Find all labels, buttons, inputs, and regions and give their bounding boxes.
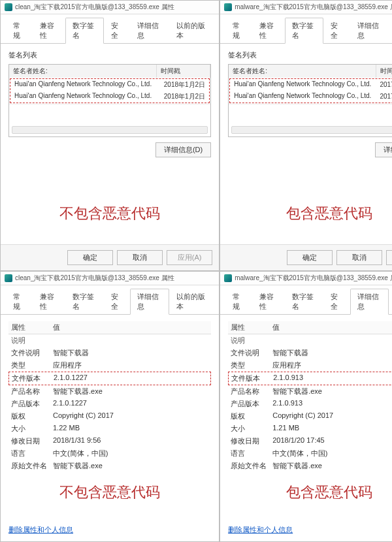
- tab-body-signatures: 签名列表 签名者姓名: 时间戳 Huai'an Qianfeng Network…: [220, 44, 392, 244]
- tab-general[interactable]: 常规: [225, 18, 252, 44]
- tab-security[interactable]: 安全: [323, 289, 350, 315]
- window-title: clean_淘宝下载2015官方电脑版@133_38559.exe 属性: [15, 3, 174, 12]
- annotation-malware: 包含恶意代码: [220, 204, 392, 223]
- tab-previous[interactable]: 以前的版本: [169, 18, 214, 44]
- ok-button[interactable]: 确定: [67, 250, 113, 265]
- property-row-copyright[interactable]: 版权Copyright (C) 2017: [228, 410, 392, 422]
- cancel-button[interactable]: 取消: [336, 250, 382, 265]
- property-row-modified[interactable]: 修改日期2018/1/20 17:45: [228, 435, 392, 447]
- tab-compat[interactable]: 兼容性: [33, 289, 65, 315]
- signer-name: Huai'an Qianfeng Network Technology Co.,…: [10, 79, 155, 91]
- signature-scroll-area[interactable]: [9, 104, 210, 136]
- tab-strip: 常规 兼容性 数字签名 安全 详细信息 以前的版本: [1, 14, 219, 44]
- signer-time: 2017年9月13日: [375, 79, 392, 91]
- property-row-file-version[interactable]: 文件版本2.1.0.913: [228, 372, 392, 385]
- tab-general[interactable]: 常规: [225, 289, 252, 315]
- property-row-language[interactable]: 语言中文(简体，中国): [8, 447, 211, 460]
- property-row-product-name[interactable]: 产品名称智能下载器.exe: [228, 385, 392, 398]
- details-button[interactable]: 详细信息(D): [375, 142, 392, 157]
- tab-general[interactable]: 常规: [6, 18, 33, 44]
- tab-security[interactable]: 安全: [104, 289, 131, 315]
- property-row-type[interactable]: 类型应用程序: [8, 359, 211, 372]
- apply-button[interactable]: 应用(A): [386, 250, 392, 265]
- property-row-product-name[interactable]: 产品名称智能下载器.exe: [8, 385, 211, 398]
- property-row-original-name[interactable]: 原始文件名智能下载器.exe: [8, 460, 211, 472]
- cancel-button[interactable]: 取消: [117, 250, 163, 265]
- tab-security[interactable]: 安全: [323, 18, 350, 44]
- tab-signatures[interactable]: 数字签名: [285, 289, 323, 315]
- tab-previous[interactable]: 以前的版本: [169, 289, 214, 315]
- tab-details[interactable]: 详细信息: [350, 18, 389, 44]
- signature-list-caption: 签名列表: [228, 50, 392, 60]
- property-header: 属性 值: [8, 321, 211, 334]
- ok-button[interactable]: 确定: [287, 250, 333, 265]
- property-row-modified[interactable]: 修改日期2018/1/31 9:56: [8, 435, 211, 447]
- property-row-description-group: 说明: [228, 334, 392, 347]
- signature-scroll-area[interactable]: [229, 104, 392, 136]
- app-icon: [224, 274, 232, 282]
- signature-table-header: 签名者姓名: 时间戳: [229, 65, 392, 78]
- signer-name: Huai'an Qianfeng Network Technology Co.,…: [230, 79, 375, 91]
- property-list: 说明 文件说明智能下载器 类型应用程序 文件版本2.1.0.1227 产品名称智…: [8, 334, 211, 472]
- app-icon: [5, 3, 12, 11]
- property-row-file-desc[interactable]: 文件说明智能下载器: [228, 347, 392, 359]
- details-button[interactable]: 详细信息(D): [155, 142, 211, 157]
- tab-strip: 常规 兼容性 数字签名 安全 详细信息 以前的版本: [220, 14, 392, 44]
- property-row-file-version[interactable]: 文件版本2.1.0.1227: [8, 372, 211, 385]
- window-title: malware_淘宝下载2015官方电脑版@133_38559.exe 属性: [235, 3, 392, 12]
- app-icon: [224, 3, 232, 11]
- signature-row[interactable]: Huai'an Qianfeng Network Technology Co.,…: [230, 79, 392, 91]
- col-signer: 签名者姓名:: [9, 65, 157, 78]
- signature-table: 签名者姓名: 时间戳 Huai'an Qianfeng Network Tech…: [228, 64, 392, 137]
- remove-properties-link[interactable]: 删除属性和个人信息: [8, 525, 73, 535]
- col-timestamp: 时间戳: [157, 65, 210, 78]
- property-row-type[interactable]: 类型应用程序: [228, 359, 392, 372]
- property-row-copyright[interactable]: 版权Copyright (C) 2017: [8, 410, 211, 422]
- tab-strip: 常规 兼容性 数字签名 安全 详细信息 以前的版本: [1, 285, 219, 315]
- col-value: 值: [272, 323, 392, 332]
- property-row-size[interactable]: 大小1.21 MB: [228, 422, 392, 435]
- property-row-product-version[interactable]: 产品版本2.1.0.1227: [8, 398, 211, 410]
- tab-previous[interactable]: 以前的版本: [389, 289, 392, 315]
- tab-general[interactable]: 常规: [6, 289, 33, 315]
- signature-row[interactable]: Huai'an Qianfeng Network Technology Co.,…: [10, 79, 209, 91]
- property-header: 属性 值: [228, 321, 392, 334]
- tab-compat[interactable]: 兼容性: [252, 289, 285, 315]
- signature-table-header: 签名者姓名: 时间戳: [9, 65, 210, 78]
- app-icon: [5, 274, 12, 282]
- tab-body-details: 属性 值 说明 文件说明智能下载器 类型应用程序 文件版本2.1.0.1227 …: [1, 315, 219, 541]
- tab-details[interactable]: 详细信息: [130, 18, 169, 44]
- signer-time: 2018年1月2日: [155, 79, 209, 91]
- tab-signatures[interactable]: 数字签名: [285, 18, 323, 44]
- property-row-product-version[interactable]: 产品版本2.1.0.913: [228, 398, 392, 410]
- annotation-clean: 不包含恶意代码: [1, 204, 219, 223]
- titlebar: clean_淘宝下载2015官方电脑版@133_38559.exe 属性: [1, 272, 219, 285]
- tab-signatures[interactable]: 数字签名: [65, 289, 104, 315]
- tab-security[interactable]: 安全: [104, 18, 131, 44]
- dialog-button-bar: 确定 取消 应用(A): [1, 244, 219, 270]
- apply-button[interactable]: 应用(A): [167, 250, 212, 265]
- signer-time: 2018年1月2日: [155, 91, 209, 103]
- signature-rows: Huai'an Qianfeng Network Technology Co.,…: [229, 78, 392, 103]
- property-row-language[interactable]: 语言中文(简体，中国): [228, 447, 392, 460]
- annotation-malware: 包含恶意代码: [220, 483, 392, 502]
- col-property: 属性: [8, 323, 53, 332]
- signature-row[interactable]: Huai'an Qianfeng Network Technology Co.,…: [10, 91, 209, 103]
- tab-previous[interactable]: 以前的版本: [389, 18, 392, 44]
- tab-details[interactable]: 详细信息: [350, 289, 389, 315]
- tab-body-details: 属性 值 说明 文件说明智能下载器 类型应用程序 文件版本2.1.0.913 产…: [220, 315, 392, 541]
- tab-compat[interactable]: 兼容性: [33, 18, 65, 44]
- tab-signatures[interactable]: 数字签名: [65, 18, 104, 44]
- property-row-size[interactable]: 大小1.22 MB: [8, 422, 211, 435]
- signature-row[interactable]: Huai'an Qianfeng Network Technology Co.,…: [230, 91, 392, 103]
- property-row-description-group: 说明: [8, 334, 211, 347]
- dialog-clean-details: clean_淘宝下载2015官方电脑版@133_38559.exe 属性 常规 …: [0, 271, 220, 542]
- titlebar: malware_淘宝下载2015官方电脑版@133_38559.exe 属性: [220, 1, 392, 14]
- property-row-original-name[interactable]: 原始文件名智能下载器.exe: [228, 460, 392, 472]
- col-value: 值: [53, 323, 211, 332]
- signer-name: Huai'an Qianfeng Network Technology Co.,…: [230, 91, 375, 103]
- remove-properties-link[interactable]: 删除属性和个人信息: [228, 525, 293, 535]
- property-row-file-desc[interactable]: 文件说明智能下载器: [8, 347, 211, 359]
- tab-details[interactable]: 详细信息: [130, 289, 169, 315]
- tab-compat[interactable]: 兼容性: [252, 18, 285, 44]
